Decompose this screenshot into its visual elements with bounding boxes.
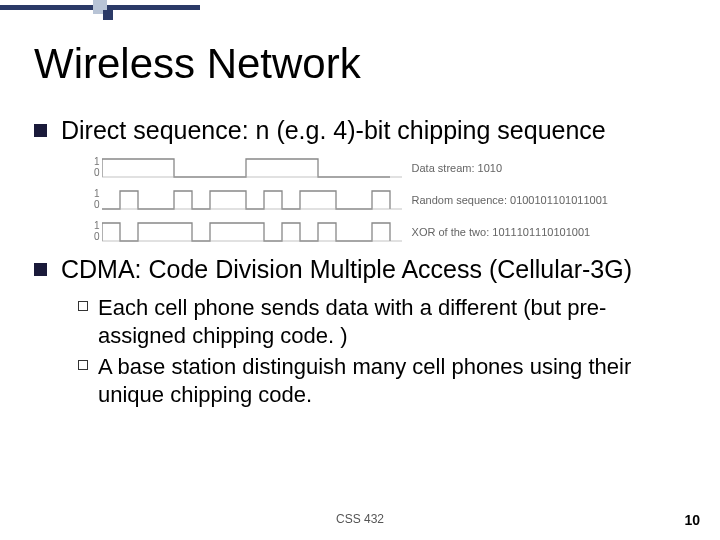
deco-square-dark bbox=[103, 10, 113, 20]
corner-decoration bbox=[0, 0, 200, 28]
square-bullet-icon bbox=[34, 263, 47, 276]
page-number: 10 bbox=[684, 512, 700, 528]
wave-row-1: 1 0 Data stream: 1010 bbox=[94, 155, 686, 181]
wave-label-2: Random sequence: 0100101101011001 bbox=[412, 194, 608, 206]
waveform-diagram: 1 0 Data stream: 1010 1 0 Random sequenc… bbox=[94, 155, 686, 245]
sub-bullet-2: A base station distinguish many cell pho… bbox=[78, 353, 686, 408]
wave-row-2: 1 0 Random sequence: 0100101101011001 bbox=[94, 187, 686, 213]
bullet-1: Direct sequence: n (e.g. 4)-bit chipping… bbox=[34, 116, 686, 145]
wave-label-3: XOR of the two: 1011101110101001 bbox=[412, 226, 591, 238]
wave-label-1: Data stream: 1010 bbox=[412, 162, 503, 174]
axis-lo: 0 bbox=[94, 168, 100, 179]
axis-lo: 0 bbox=[94, 232, 100, 243]
sub-bullet-1-text: Each cell phone sends data with a differ… bbox=[98, 294, 686, 349]
bullet-2: CDMA: Code Division Multiple Access (Cel… bbox=[34, 255, 686, 284]
wave-svg-2 bbox=[102, 187, 402, 213]
square-bullet-icon bbox=[34, 124, 47, 137]
wave-row-3: 1 0 XOR of the two: 1011101110101001 bbox=[94, 219, 686, 245]
sub-bullet-2-text: A base station distinguish many cell pho… bbox=[98, 353, 686, 408]
hollow-square-icon bbox=[78, 301, 88, 311]
axis-labels-2: 1 0 bbox=[94, 189, 100, 211]
sub-bullet-list: Each cell phone sends data with a differ… bbox=[78, 294, 686, 408]
page-title: Wireless Network bbox=[34, 40, 686, 88]
axis-labels-1: 1 0 bbox=[94, 157, 100, 179]
hollow-square-icon bbox=[78, 360, 88, 370]
wave-svg-1 bbox=[102, 155, 402, 181]
footer-text: CSS 432 bbox=[0, 512, 720, 526]
wave-svg-3 bbox=[102, 219, 402, 245]
sub-bullet-1: Each cell phone sends data with a differ… bbox=[78, 294, 686, 349]
axis-labels-3: 1 0 bbox=[94, 221, 100, 243]
axis-lo: 0 bbox=[94, 200, 100, 211]
bullet-1-text: Direct sequence: n (e.g. 4)-bit chipping… bbox=[61, 116, 606, 145]
bullet-2-text: CDMA: Code Division Multiple Access (Cel… bbox=[61, 255, 632, 284]
